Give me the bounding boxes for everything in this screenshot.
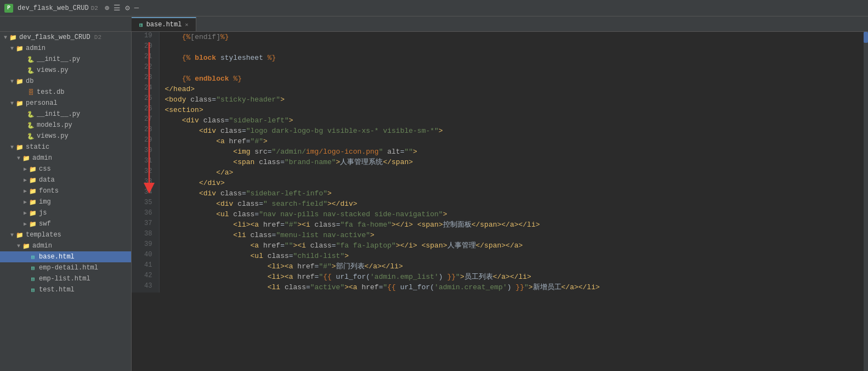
js-folder-label: js	[39, 209, 47, 217]
code-content: </div>	[159, 178, 864, 188]
line-number: 19	[132, 32, 159, 42]
scrollbar-thumb[interactable]	[864, 32, 868, 43]
sidebar-item-personal-models[interactable]: 🐍 models.py	[0, 120, 131, 131]
sidebar-item-swf-folder[interactable]: ▶ 📁 swf	[0, 218, 131, 229]
root-folder-icon: 📁	[9, 33, 18, 42]
sidebar-item-base-html[interactable]: ⊞ base.html	[0, 251, 131, 262]
sidebar-item-js-folder[interactable]: ▶ 📁 js	[0, 207, 131, 218]
sidebar-item-templates-folder[interactable]: ▼ 📁 templates	[0, 229, 131, 240]
table-row: 42 <li><a href="{{ url_for('admin.emp_li…	[132, 272, 864, 282]
personal-models-icon: 🐍	[26, 121, 35, 130]
root-label: dev_flask_web_CRUD D2	[19, 33, 101, 41]
static-folder-label: static	[26, 143, 49, 151]
templates-folder-icon: 📁	[15, 231, 24, 239]
sidebar-item-test-db[interactable]: 🗄 test.db	[0, 87, 131, 98]
code-content: <span class="brand-name">人事管理系统</span>	[159, 157, 864, 167]
project-label: dev_flask_web_CRUD D2	[18, 4, 98, 12]
table-row: 36 <ul class="nav nav-pills nav-stacked …	[132, 209, 864, 220]
code-content: <li><a href="#">部门列表</a></li>	[159, 261, 864, 272]
line-number: 39	[132, 240, 159, 251]
base-html-label: base.html	[39, 253, 75, 261]
sidebar-item-fonts-folder[interactable]: ▶ 📁 fonts	[0, 186, 131, 196]
line-number: 26	[132, 105, 159, 115]
sidebar-item-img-folder[interactable]: ▶ 📁 img	[0, 196, 131, 207]
sidebar-item-templates-admin-folder[interactable]: ▼ 📁 admin	[0, 240, 131, 251]
table-row: 39 <a href=""><i class="fa fa-laptop"></…	[132, 240, 864, 251]
sidebar-item-personal-views[interactable]: 🐍 views.py	[0, 131, 131, 142]
templates-folder-label: templates	[26, 231, 61, 239]
layout-button[interactable]: ☰	[114, 3, 121, 13]
table-row: 27 <div class="sidebar-left">	[132, 115, 864, 126]
img-folder-icon: 📁	[29, 198, 37, 206]
sidebar-item-admin-init[interactable]: 🐍 __init__.py	[0, 54, 131, 65]
static-folder-icon: 📁	[15, 143, 24, 151]
table-row: 23 {% endblock %}	[132, 74, 864, 84]
code-table: 19 {%[endif]%} 20 21 {% block stylesheet…	[132, 32, 864, 293]
code-editor[interactable]: 19 {%[endif]%} 20 21 {% block stylesheet…	[132, 32, 864, 371]
html-file-icon: ⊞	[139, 21, 143, 29]
py-file-icon-2: 🐍	[26, 66, 35, 75]
sidebar-item-emp-detail-html[interactable]: ⊞ emp-detail.html	[0, 262, 131, 273]
line-number: 36	[132, 209, 159, 220]
line-number: 27	[132, 115, 159, 126]
static-admin-folder-icon: 📁	[22, 154, 31, 162]
sidebar-item-static-folder[interactable]: ▼ 📁 static	[0, 142, 131, 153]
sidebar-item-css-folder[interactable]: ▶ 📁 css	[0, 164, 131, 175]
line-number: 25	[132, 94, 159, 105]
code-content: <li class="active"><a href="{{ url_for('…	[159, 282, 864, 293]
py-file-icon: 🐍	[26, 55, 35, 64]
test-html-icon: ⊞	[29, 285, 37, 294]
settings-button[interactable]: ⚙	[125, 3, 129, 13]
sidebar-item-db-folder[interactable]: ▼ 📁 db	[0, 76, 131, 87]
sidebar-item-emp-list-html[interactable]: ⊞ emp-list.html	[0, 273, 131, 284]
admin-views-label: views.py	[37, 66, 69, 74]
table-row: 28 <div class="logo dark-logo-bg visible…	[132, 126, 864, 136]
table-row: 43 <li class="active"><a href="{{ url_fo…	[132, 282, 864, 293]
table-row: 24 </head>	[132, 84, 864, 94]
sidebar-item-personal-folder[interactable]: ▼ 📁 personal	[0, 98, 131, 109]
table-row: 37 <li><a href="#"><i class="fa fa-home"…	[132, 220, 864, 230]
line-number: 34	[132, 188, 159, 199]
line-number: 23	[132, 74, 159, 84]
table-row: 25 <body class="sticky-header">	[132, 94, 864, 105]
main-area: ▼ 📁 dev_flask_web_CRUD D2 ▼ 📁 admin 🐍 __…	[0, 32, 868, 371]
code-content: <a href="#">	[159, 136, 864, 147]
data-folder-label: data	[39, 176, 55, 184]
code-content: </a>	[159, 167, 864, 178]
table-row: 31 <span class="brand-name">人事管理系统</span…	[132, 157, 864, 167]
code-content: {%[endif]%}	[159, 32, 864, 42]
sidebar-item-admin-folder[interactable]: ▼ 📁 admin	[0, 43, 131, 54]
static-admin-label: admin	[32, 154, 52, 162]
table-row: 29 <a href="#">	[132, 136, 864, 147]
table-row: 40 <ul class="child-list">	[132, 251, 864, 261]
code-content: <div class="sidebar-left">	[159, 115, 864, 126]
minimize-button[interactable]: —	[134, 3, 139, 13]
emp-detail-html-icon: ⊞	[29, 263, 37, 272]
img-folder-label: img	[39, 198, 51, 206]
code-content: <li><a href="{{ url_for('admin.emp_list'…	[159, 272, 864, 282]
line-number: 31	[132, 157, 159, 167]
sidebar-item-static-admin-folder[interactable]: ▼ 📁 admin	[0, 153, 131, 164]
line-number: 22	[132, 63, 159, 74]
tab-base-html[interactable]: ⊞ base.html ✕	[132, 17, 196, 31]
line-number: 21	[132, 53, 159, 63]
sidebar-item-personal-init[interactable]: 🐍 __init__.py	[0, 109, 131, 120]
right-scrollbar[interactable]	[864, 32, 868, 371]
admin-folder-label: admin	[26, 44, 46, 52]
browse-button[interactable]: ⊕	[105, 3, 109, 13]
db-file-icon: 🗄	[26, 88, 35, 97]
sidebar-item-admin-views[interactable]: 🐍 views.py	[0, 65, 131, 76]
sidebar-item-data-folder[interactable]: ▶ 📁 data	[0, 175, 131, 186]
line-number: 41	[132, 261, 159, 272]
table-row: 19 {%[endif]%}	[132, 32, 864, 42]
personal-views-label: views.py	[37, 132, 69, 140]
tree-root[interactable]: ▼ 📁 dev_flask_web_CRUD D2	[0, 32, 131, 43]
code-content: <div class=" search-field"></div>	[159, 199, 864, 209]
tab-bar: ⊞ base.html ✕	[0, 16, 868, 32]
title-actions[interactable]: ⊕ ☰ ⚙ —	[105, 3, 139, 13]
tab-close-button[interactable]: ✕	[185, 21, 188, 28]
sidebar-item-test-html[interactable]: ⊞ test.html	[0, 284, 131, 295]
css-folder-label: css	[39, 165, 51, 173]
table-row: 35 <div class=" search-field"></div>	[132, 199, 864, 209]
code-content: <ul class="nav nav-pills nav-stacked sid…	[159, 209, 864, 220]
